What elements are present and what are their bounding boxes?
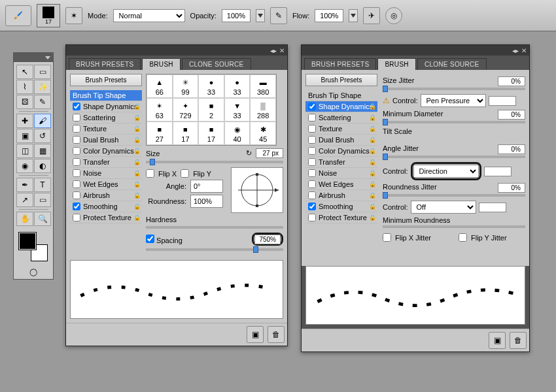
min-diam-value[interactable]: 0% (498, 110, 525, 120)
pen-tool[interactable]: ✒ (16, 178, 33, 192)
flow-input[interactable] (315, 9, 343, 22)
lock-icon[interactable]: 🔒 (133, 114, 141, 121)
eyedropper-tool[interactable]: ✎ (34, 95, 51, 109)
brush-option-checkbox[interactable] (308, 180, 316, 188)
brush-option-protect-texture[interactable]: Protect Texture🔒 (70, 212, 142, 223)
min-diam-slider[interactable] (383, 121, 525, 123)
brush-option-checkbox[interactable] (308, 125, 316, 133)
brush-tool[interactable]: 🖌 (34, 114, 51, 128)
lock-icon[interactable]: 🔒 (133, 125, 141, 132)
crop-tool[interactable]: ⚄ (16, 95, 33, 109)
angle-control-select[interactable]: Direction (413, 165, 479, 178)
tablet-toggle-icon[interactable]: ✶ (65, 7, 82, 24)
heal-tool[interactable]: ✚ (16, 114, 33, 128)
brush-option-smoothing[interactable]: Smoothing🔒 (70, 201, 142, 212)
flipy-checkbox[interactable] (181, 169, 189, 178)
brush-option-checkbox[interactable] (308, 147, 316, 155)
lock-icon[interactable]: 🔒 (369, 203, 376, 210)
move-tool[interactable]: ↖ (16, 65, 33, 79)
flipy-jitter-checkbox[interactable] (459, 233, 467, 242)
lock-icon[interactable]: 🔒 (133, 214, 141, 221)
brush-thumb[interactable]: ✱45 (250, 122, 276, 145)
brush-option-brush-tip-shape[interactable]: Brush Tip Shape (70, 90, 142, 101)
airbrush-icon[interactable]: ✈ (363, 7, 380, 24)
spacing-slider[interactable] (146, 248, 283, 251)
brush-option-noise[interactable]: Noise🔒 (70, 168, 142, 179)
size-control-select[interactable]: Pen Pressure (421, 94, 486, 107)
brush-option-smoothing[interactable]: Smoothing🔒 (305, 201, 377, 212)
brush-thumb[interactable]: ▬380 (250, 74, 276, 98)
brush-option-checkbox[interactable] (73, 136, 80, 144)
lock-icon[interactable]: 🔒 (369, 114, 376, 121)
wand-tool[interactable]: ✨ (34, 80, 51, 94)
angle-jitter-slider[interactable] (383, 155, 525, 158)
lock-icon[interactable]: 🔒 (133, 192, 141, 199)
reset-size-icon[interactable]: ↻ (246, 149, 252, 157)
marquee-tool[interactable]: ▭ (34, 65, 51, 79)
gradient-tool[interactable]: ▦ (34, 144, 51, 158)
lock-icon[interactable]: 🔒 (133, 159, 141, 165)
shape-tool[interactable]: ▭ (34, 193, 51, 207)
round-control-select[interactable]: Off (411, 201, 476, 214)
panel-head[interactable]: ◂▸✕ (66, 45, 287, 56)
brush-presets-button[interactable]: Brush Presets (70, 74, 142, 86)
size-value[interactable]: 27 px (256, 148, 283, 158)
brush-thumb[interactable]: ▒288 (250, 98, 276, 122)
brush-thumb[interactable]: ✦729 (173, 98, 199, 122)
lock-icon[interactable]: 🔒 (133, 103, 141, 110)
tab-presets[interactable]: BRUSH PRESETS (304, 58, 376, 70)
brush-option-checkbox[interactable] (73, 169, 80, 177)
brush-option-noise[interactable]: Noise🔒 (305, 168, 377, 179)
brush-thumb[interactable]: ■2 (198, 98, 224, 122)
eraser-tool[interactable]: ◫ (16, 144, 33, 158)
flipx-jitter-checkbox[interactable] (383, 233, 391, 242)
brush-option-wet-edges[interactable]: Wet Edges🔒 (70, 179, 142, 190)
lasso-tool[interactable]: ⌇ (16, 80, 33, 94)
brush-option-scattering[interactable]: Scattering🔒 (70, 112, 142, 123)
brush-option-brush-tip-shape[interactable]: Brush Tip Shape (305, 90, 377, 101)
path-tool[interactable]: ↗ (16, 193, 33, 207)
new-brush-icon[interactable]: ▣ (489, 332, 506, 349)
brush-thumb[interactable]: ▼33 (224, 98, 251, 122)
tool-preset-icon[interactable]: 🖌️ (5, 5, 31, 26)
brush-option-checkbox[interactable] (73, 114, 80, 122)
stamp-tool[interactable]: ▣ (16, 129, 33, 143)
brush-option-checkbox[interactable] (308, 103, 316, 110)
brush-thumb[interactable]: ■17 (198, 122, 224, 145)
round-jitter-slider[interactable] (383, 194, 525, 197)
brush-option-airbrush[interactable]: Airbrush🔒 (70, 190, 142, 201)
lock-icon[interactable]: 🔒 (369, 125, 376, 132)
brush-thumb[interactable]: ●33 (224, 74, 251, 98)
lock-icon[interactable]: 🔒 (133, 170, 141, 176)
brush-option-checkbox[interactable] (308, 136, 316, 144)
brush-thumbnails[interactable]: ▲66✳99●33●33▬380✶63✦729■2▼33▒288■27■17■1… (146, 74, 277, 146)
brush-option-dual-brush[interactable]: Dual Brush🔒 (70, 135, 142, 146)
lock-icon[interactable]: 🔒 (369, 148, 376, 154)
zoom-tool[interactable]: 🔍 (34, 212, 51, 226)
brush-option-checkbox[interactable] (73, 147, 80, 155)
opacity-pressure-icon[interactable]: ✎ (270, 7, 287, 24)
brush-thumb[interactable]: ▲66 (147, 74, 173, 98)
tab-brush[interactable]: BRUSH (377, 58, 416, 70)
angle-widget[interactable] (231, 167, 283, 213)
brush-thumb[interactable]: ●33 (198, 74, 224, 98)
opacity-input[interactable] (222, 9, 251, 22)
brush-option-checkbox[interactable] (308, 214, 316, 221)
lock-icon[interactable]: 🔒 (369, 214, 376, 221)
brush-option-checkbox[interactable] (308, 191, 316, 199)
brush-thumb[interactable]: ■27 (147, 122, 173, 145)
lock-icon[interactable]: 🔒 (133, 203, 141, 210)
brush-option-checkbox[interactable] (73, 203, 80, 210)
lock-icon[interactable]: 🔒 (133, 181, 141, 188)
spacing-value[interactable]: 750% (254, 235, 281, 244)
size-slider[interactable] (146, 161, 283, 163)
brush-option-checkbox[interactable] (73, 214, 80, 221)
brush-option-checkbox[interactable] (308, 169, 316, 177)
hand-tool[interactable]: ✋ (16, 212, 33, 226)
brush-option-checkbox[interactable] (73, 180, 80, 188)
brush-option-transfer[interactable]: Transfer🔒 (70, 157, 142, 168)
spacing-checkbox[interactable] (146, 235, 154, 243)
brush-thumb[interactable]: ✳99 (173, 74, 199, 98)
flow-flyout-icon[interactable] (349, 9, 358, 22)
brush-thumb[interactable]: ✶63 (147, 98, 173, 122)
